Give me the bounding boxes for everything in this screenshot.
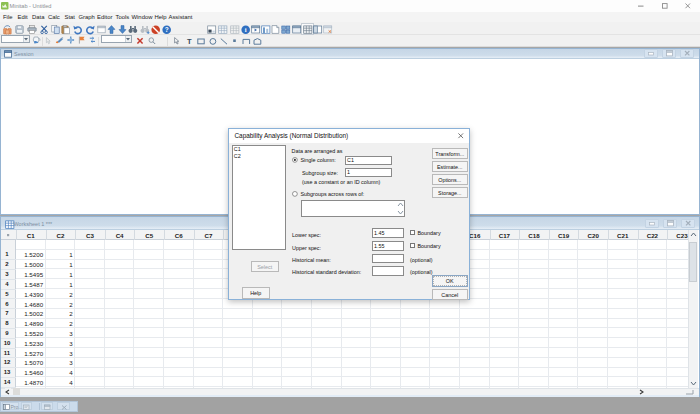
svg-text:?: ? (164, 25, 168, 32)
svg-text:i: i (244, 26, 246, 33)
